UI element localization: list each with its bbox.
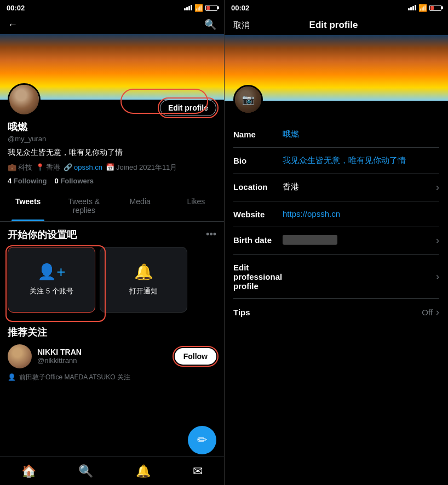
follow-stats: 4 Following 0 Followers (8, 177, 216, 185)
mutual-follow: 👤 前田敦子Office MAEDA ATSUKO 关注 (8, 373, 216, 382)
display-name: 哦燃 (8, 120, 216, 134)
edit-profile-title: Edit profile (309, 20, 358, 31)
back-button[interactable]: ← (8, 19, 18, 31)
name-field-row: Name 哦燃 (233, 122, 439, 148)
birthdate-chevron-icon: › (436, 235, 439, 246)
tips-status: Off (422, 308, 433, 317)
right-avatar[interactable]: 📷 (233, 85, 263, 114)
setup-section: 开始你的设置吧 ••• 👤+ 关注 5 个账号 🔔 打开通知 (0, 222, 224, 319)
battery-icon (205, 5, 217, 11)
avatar (8, 83, 41, 116)
recommend-section: 推荐关注 NIKKI TRAN @nikkittrann Follow 👤 前田… (0, 319, 224, 389)
mutual-text: 前田敦子Office MAEDA ATSUKO 关注 (19, 373, 130, 382)
followers-count[interactable]: 0 Followers (55, 177, 94, 185)
camera-icon: 📷 (235, 86, 261, 113)
edit-form: Name 哦燃 Bio 我见众生皆无意，唯有见你动了情 Location 香港 … (225, 122, 448, 326)
search-button[interactable]: 🔍 (204, 19, 216, 31)
birthdate-field-row: Birth date › (233, 227, 439, 255)
right-avatar-wrap: 📷 (233, 85, 263, 114)
setup-card-notify-label: 打开通知 (129, 286, 158, 296)
location-field-row: Location 香港 › (233, 174, 439, 201)
person-icon: 👤 (8, 373, 16, 381)
recommend-item: NIKKI TRAN @nikkittrann Follow (8, 344, 216, 368)
left-panel: 00:02 📶 ← 🔍 Edit profile 哦燃 (0, 0, 224, 485)
bottom-nav: 🏠 🔍 🔔 ✉ (0, 457, 224, 485)
right-wifi-icon: 📶 (418, 4, 427, 12)
tips-row: Tips Off › (233, 299, 439, 326)
tab-likes[interactable]: Likes (168, 190, 224, 221)
signal-icon (184, 5, 192, 10)
setup-card-notify[interactable]: 🔔 打开通知 (100, 247, 187, 313)
right-time: 00:02 (231, 4, 249, 12)
meta-row: 💼 科技 📍 香港 🔗 opssh.cn 📅 Joined 2021年11月 (8, 163, 216, 172)
left-status-bar: 00:02 📶 (0, 0, 224, 15)
recommend-title: 推荐关注 (8, 326, 216, 339)
birthdate-value[interactable] (283, 235, 432, 246)
name-value[interactable]: 哦燃 (283, 129, 439, 140)
setup-cards: 👤+ 关注 5 个账号 🔔 打开通知 (8, 247, 216, 313)
location-chevron-icon: › (436, 182, 439, 193)
name-label: Name (233, 129, 283, 139)
location-label: Location (233, 182, 283, 192)
right-status-icons: 📶 (408, 4, 441, 12)
bio-value[interactable]: 我见众生皆无意，唯有见你动了情 (283, 155, 439, 166)
website-field-row: Website https://opssh.cn (233, 201, 439, 227)
professional-profile-row[interactable]: Edit professional profile › (233, 255, 439, 299)
tab-media[interactable]: Media (112, 190, 168, 221)
right-panel: 00:02 📶 取消 Edit profile 📷 (224, 0, 448, 485)
nav-notifications[interactable]: 🔔 (131, 460, 155, 483)
avatar-row: Edit profile (8, 83, 216, 116)
bio-label: Bio (233, 155, 283, 165)
following-count[interactable]: 4 Following (8, 177, 47, 185)
profile-tabs: Tweets Tweets & replies Media Likes (0, 190, 224, 222)
setup-card-follow[interactable]: 👤+ 关注 5 个账号 (8, 247, 95, 313)
bio: 我见众生皆无意，唯有见你动了情 (8, 147, 216, 158)
edit-profile-button[interactable]: Edit profile (160, 100, 216, 116)
meta-location: 📍 香港 (36, 163, 60, 172)
left-header: ← 🔍 (0, 15, 224, 34)
rec-name: NIKKI TRAN (37, 348, 169, 356)
setup-title: 开始你的设置吧 (8, 228, 77, 241)
professional-arrow-icon: › (436, 271, 439, 282)
setup-card-follow-label: 关注 5 个账号 (30, 286, 73, 296)
left-time: 00:02 (7, 4, 25, 12)
website-label: Website (233, 209, 283, 219)
meta-website[interactable]: 🔗 opssh.cn (64, 163, 102, 172)
setup-header: 开始你的设置吧 ••• (8, 228, 216, 241)
tab-replies[interactable]: Tweets & replies (56, 190, 112, 221)
add-user-icon: 👤+ (37, 263, 65, 281)
username: @my_yuran (8, 135, 216, 143)
compose-button[interactable]: ✏ (188, 426, 216, 454)
wifi-icon: 📶 (194, 4, 203, 12)
tab-tweets[interactable]: Tweets (0, 190, 56, 221)
rec-handle: @nikkittrann (37, 356, 169, 365)
location-value[interactable]: 香港 (283, 182, 432, 192)
profile-section: Edit profile 哦燃 @my_yuran 我见众生皆无意，唯有见你动了… (0, 83, 224, 185)
right-edit-header: 取消 Edit profile (225, 15, 448, 35)
right-battery-icon (429, 5, 441, 11)
professional-label: Edit professional profile (233, 262, 283, 291)
left-status-icons: 📶 (184, 4, 217, 12)
nav-messages[interactable]: ✉ (188, 460, 207, 483)
follow-button[interactable]: Follow (175, 348, 216, 365)
birthdate-label: Birth date (233, 235, 283, 245)
meta-joined: 📅 Joined 2021年11月 (106, 163, 177, 172)
website-value[interactable]: https://opssh.cn (283, 209, 439, 218)
cancel-button[interactable]: 取消 (233, 20, 250, 31)
meta-industry: 💼 科技 (8, 163, 32, 172)
right-cover-image[interactable]: 📷 (225, 35, 448, 101)
tips-arrow-icon[interactable]: › (436, 307, 439, 318)
more-options-button[interactable]: ••• (206, 229, 216, 240)
birthdate-blur (283, 235, 337, 245)
right-signal-icon (408, 5, 416, 10)
bio-field-row: Bio 我见众生皆无意，唯有见你动了情 (233, 148, 439, 174)
rec-avatar (8, 344, 32, 368)
right-status-bar: 00:02 📶 (225, 0, 448, 15)
rec-info: NIKKI TRAN @nikkittrann (37, 348, 169, 365)
nav-search[interactable]: 🔍 (74, 460, 97, 483)
bell-icon: 🔔 (134, 263, 153, 281)
nav-home[interactable]: 🏠 (17, 460, 41, 483)
tips-label: Tips (233, 308, 283, 317)
compose-icon: ✏ (197, 433, 207, 447)
